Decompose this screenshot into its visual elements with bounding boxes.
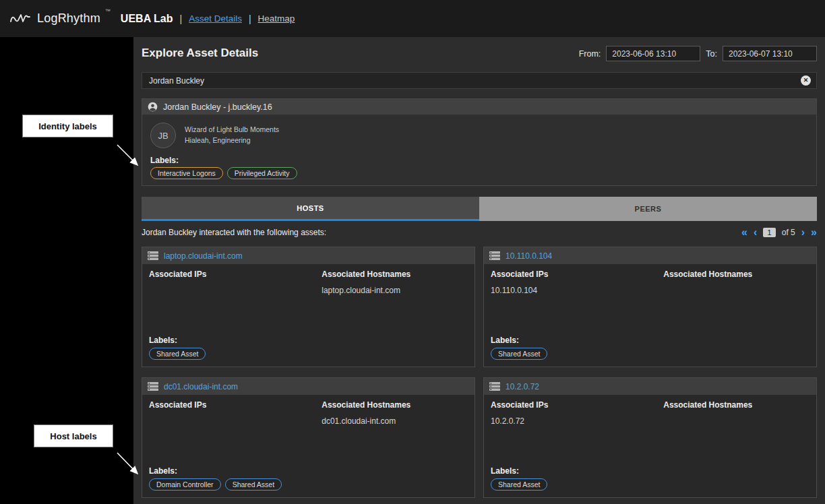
nav-separator: | <box>249 13 251 24</box>
tab-bar: HOSTS PEERS <box>142 197 817 221</box>
asset-card: dc01.cloudai-int.com Associated IPs Asso… <box>142 377 475 498</box>
server-icon <box>148 251 158 260</box>
avatar: JB <box>150 123 176 148</box>
from-date-input[interactable] <box>606 46 700 61</box>
card-labels: Shared Asset <box>149 348 206 360</box>
annotation-arrow <box>115 143 145 172</box>
asset-card-header: dc01.cloudai-int.com <box>142 378 475 395</box>
brand-name: LogRhythm <box>37 11 100 26</box>
host-label-pill: Shared Asset <box>149 348 206 360</box>
assoc-hostnames-heading: Associated Hostnames <box>663 400 752 410</box>
card-labels-heading: Labels: <box>149 336 177 345</box>
page-title: Explore Asset Details <box>142 46 258 60</box>
identity-panel: Jordan Buckley - j.buckley.16 JB Wizard … <box>142 98 817 186</box>
to-date-input[interactable] <box>723 46 817 61</box>
brand-trademark: ™ <box>105 8 111 14</box>
assoc-ips-heading: Associated IPs <box>491 270 548 279</box>
assoc-hostnames-heading: Associated Hostnames <box>322 270 410 279</box>
assoc-ip-value: 10.2.0.72 <box>491 416 524 426</box>
card-labels: Domain Controller Shared Asset <box>149 478 282 491</box>
host-label-pill: Shared Asset <box>225 478 282 491</box>
asset-card: 10.2.0.72 Associated IPs Associated Host… <box>483 377 817 498</box>
identity-location: Hialeah, Engineering <box>185 135 279 146</box>
asset-card-grid: laptop.cloudai-int.com Associated IPs As… <box>142 247 817 498</box>
assoc-hostname-value: dc01.cloudai-int.com <box>322 416 396 426</box>
asset-card-header: 10.110.0.104 <box>484 247 816 264</box>
assoc-ips-heading: Associated IPs <box>491 400 548 410</box>
callout-host-labels: Host labels <box>34 424 113 447</box>
callout-identity-labels: Identity labels <box>22 115 113 137</box>
main-content: Explore Asset Details From: To: ✕ Jordan… <box>133 37 825 504</box>
user-icon <box>148 102 158 112</box>
top-bar: LogRhythm ™ UEBA Lab | Asset Details | H… <box>0 0 825 37</box>
asset-card-header: 10.2.0.72 <box>484 378 816 395</box>
assoc-hostnames-heading: Associated Hostnames <box>663 270 752 279</box>
identity-panel-header: Jordan Buckley - j.buckley.16 <box>142 99 816 115</box>
asset-card: 10.110.0.104 Associated IPs Associated H… <box>483 247 817 367</box>
next-page-button[interactable]: › <box>801 227 805 238</box>
identity-label-pill: Interactive Logons <box>150 167 223 179</box>
asset-card-header: laptop.cloudai-int.com <box>142 247 475 264</box>
host-label-pill: Shared Asset <box>491 348 547 360</box>
clear-search-icon[interactable]: ✕ <box>801 75 811 86</box>
asset-title-link[interactable]: laptop.cloudai-int.com <box>164 251 243 261</box>
prev-page-button[interactable]: ‹ <box>754 227 757 238</box>
host-label-pill: Shared Asset <box>491 478 547 491</box>
last-page-button[interactable]: » <box>811 227 817 238</box>
annotation-arrow <box>115 450 145 480</box>
card-labels: Shared Asset <box>491 478 547 491</box>
server-icon <box>489 251 500 260</box>
server-icon <box>489 382 500 391</box>
card-labels-heading: Labels: <box>149 466 177 476</box>
assoc-ips-heading: Associated IPs <box>149 270 206 279</box>
assoc-hostnames-heading: Associated Hostnames <box>322 400 410 410</box>
search-input[interactable] <box>142 76 801 86</box>
date-range-controls: From: To: <box>579 46 817 61</box>
identity-labels-heading: Labels: <box>150 156 179 165</box>
from-label: From: <box>579 49 601 59</box>
card-labels-heading: Labels: <box>491 336 519 345</box>
asset-card: laptop.cloudai-int.com Associated IPs As… <box>142 247 475 367</box>
first-page-button[interactable]: « <box>741 227 747 238</box>
asset-title-link[interactable]: dc01.cloudai-int.com <box>164 382 238 391</box>
assoc-hostname-value: laptop.cloudai-int.com <box>322 286 400 295</box>
asset-title-link[interactable]: 10.2.0.72 <box>506 382 539 391</box>
identity-labels: Interactive Logons Privileged Activity <box>150 167 297 179</box>
tab-hosts[interactable]: HOSTS <box>142 197 479 221</box>
identity-header-text: Jordan Buckley - j.buckley.16 <box>163 102 272 112</box>
server-icon <box>148 382 158 391</box>
page-count: of 5 <box>782 228 795 237</box>
card-labels-heading: Labels: <box>491 466 519 476</box>
assoc-ip-value: 10.110.0.104 <box>491 286 537 295</box>
results-header: Jordan Buckley interacted with the follo… <box>142 225 817 240</box>
nav-separator: | <box>180 13 183 24</box>
results-intro: Jordan Buckley interacted with the follo… <box>142 228 326 237</box>
page-indicator: 1 <box>763 228 775 237</box>
tab-peers[interactable]: PEERS <box>479 197 817 221</box>
to-label: To: <box>706 49 717 59</box>
app-title: UEBA Lab <box>121 13 173 25</box>
logrhythm-logo-icon <box>9 12 31 26</box>
nav-heatmap[interactable]: Heatmap <box>258 13 295 24</box>
identity-meta: Wizard of Light Bulb Moments Hialeah, En… <box>185 125 279 146</box>
identity-label-pill: Privileged Activity <box>227 167 297 179</box>
search-bar: ✕ <box>142 72 817 89</box>
pagination: « ‹ 1 of 5 › » <box>741 227 817 238</box>
card-labels: Shared Asset <box>491 348 547 360</box>
identity-role: Wizard of Light Bulb Moments <box>185 125 279 135</box>
host-label-pill: Domain Controller <box>149 478 221 491</box>
nav-asset-details[interactable]: Asset Details <box>189 13 242 24</box>
asset-title-link[interactable]: 10.110.0.104 <box>506 251 552 261</box>
assoc-ips-heading: Associated IPs <box>149 400 206 410</box>
